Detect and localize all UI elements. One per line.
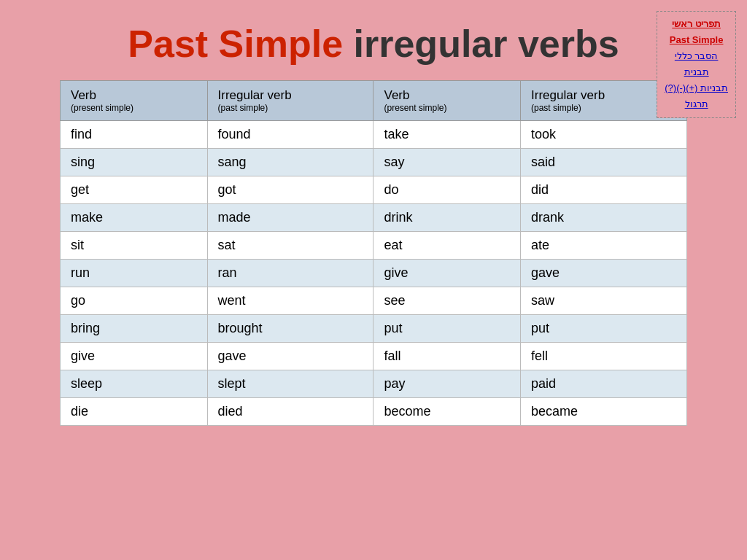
page-container: תפריט ראשי Past Simple הסבר כללי תבנית ת… bbox=[0, 0, 747, 560]
table-cell-0-0: find bbox=[61, 121, 208, 149]
table-cell-5-2: give bbox=[374, 260, 521, 287]
table-cell-8-2: fall bbox=[374, 343, 521, 370]
table-cell-6-2: see bbox=[374, 287, 521, 315]
table-cell-1-1: sang bbox=[207, 149, 374, 176]
table-cell-2-2: do bbox=[374, 176, 521, 204]
page-title: Past Simple irregular verbs bbox=[22, 15, 725, 66]
table-cell-3-0: make bbox=[61, 204, 208, 232]
table-cell-0-3: took bbox=[521, 121, 687, 149]
table-cell-8-0: give bbox=[61, 343, 208, 370]
table-row: makemadedrinkdrank bbox=[61, 204, 687, 232]
table-row: diediedbecomebecame bbox=[61, 398, 687, 426]
table-cell-10-3: became bbox=[521, 398, 687, 426]
table-cell-6-3: saw bbox=[521, 287, 687, 315]
table-cell-8-1: gave bbox=[207, 343, 374, 370]
table-row: sleepsleptpaypaid bbox=[61, 370, 687, 398]
table-header-row: Verb (present simple) Irregular verb (pa… bbox=[61, 81, 687, 121]
header-irregular-past-1: Irregular verb (past simple) bbox=[207, 81, 374, 121]
table-cell-5-3: gave bbox=[521, 260, 687, 287]
title-irregular-verbs-text: irregular verbs bbox=[354, 23, 619, 65]
title-past-simple: Past Simple bbox=[128, 23, 343, 65]
table-cell-10-1: died bbox=[207, 398, 374, 426]
table-cell-10-0: die bbox=[61, 398, 208, 426]
nav-link-main[interactable]: תפריט ראשי bbox=[665, 16, 728, 32]
table-row: bringbroughtputput bbox=[61, 315, 687, 343]
table-cell-9-3: paid bbox=[521, 370, 687, 398]
table-cell-4-0: sit bbox=[61, 232, 208, 260]
table-row: getgotdodid bbox=[61, 176, 687, 204]
table-cell-2-0: get bbox=[61, 176, 208, 204]
table-cell-9-2: pay bbox=[374, 370, 521, 398]
nav-link-past-simple[interactable]: Past Simple bbox=[665, 32, 728, 48]
table-cell-3-1: made bbox=[207, 204, 374, 232]
nav-link-practice[interactable]: תרגול bbox=[665, 96, 728, 112]
table-cell-0-1: found bbox=[207, 121, 374, 149]
table-cell-9-1: slept bbox=[207, 370, 374, 398]
table-row: sitsateatate bbox=[61, 232, 687, 260]
table-row: singsangsaysaid bbox=[61, 149, 687, 176]
table-cell-5-0: run bbox=[61, 260, 208, 287]
table-cell-9-0: sleep bbox=[61, 370, 208, 398]
nav-link-patterns-plus[interactable]: תבניות (+)(-)(?) bbox=[665, 80, 728, 96]
table-cell-2-3: did bbox=[521, 176, 687, 204]
verbs-table-container: Verb (present simple) Irregular verb (pa… bbox=[60, 80, 687, 426]
table-row: gowentseesaw bbox=[61, 287, 687, 315]
table-cell-7-3: put bbox=[521, 315, 687, 343]
table-cell-2-1: got bbox=[207, 176, 374, 204]
table-cell-8-3: fell bbox=[521, 343, 687, 370]
table-cell-4-1: sat bbox=[207, 232, 374, 260]
table-row: findfoundtaketook bbox=[61, 121, 687, 149]
table-cell-3-3: drank bbox=[521, 204, 687, 232]
table-cell-1-2: say bbox=[374, 149, 521, 176]
table-row: givegavefallfell bbox=[61, 343, 687, 370]
table-cell-5-1: ran bbox=[207, 260, 374, 287]
table-cell-1-3: said bbox=[521, 149, 687, 176]
table-cell-4-3: ate bbox=[521, 232, 687, 260]
header-verb-present-2: Verb (present simple) bbox=[374, 81, 521, 121]
table-cell-7-2: put bbox=[374, 315, 521, 343]
table-cell-4-2: eat bbox=[374, 232, 521, 260]
table-cell-0-2: take bbox=[374, 121, 521, 149]
nav-link-pattern[interactable]: תבנית bbox=[665, 64, 728, 80]
table-cell-1-0: sing bbox=[61, 149, 208, 176]
table-cell-3-2: drink bbox=[374, 204, 521, 232]
table-row: runrangivegave bbox=[61, 260, 687, 287]
table-cell-7-1: brought bbox=[207, 315, 374, 343]
table-cell-7-0: bring bbox=[61, 315, 208, 343]
nav-box: תפריט ראשי Past Simple הסבר כללי תבנית ת… bbox=[657, 11, 736, 118]
table-cell-6-1: went bbox=[207, 287, 374, 315]
header-verb-present-1: Verb (present simple) bbox=[61, 81, 208, 121]
table-cell-6-0: go bbox=[61, 287, 208, 315]
table-cell-10-2: become bbox=[374, 398, 521, 426]
nav-link-explanation[interactable]: הסבר כללי bbox=[665, 48, 728, 64]
verbs-table: Verb (present simple) Irregular verb (pa… bbox=[60, 80, 687, 426]
